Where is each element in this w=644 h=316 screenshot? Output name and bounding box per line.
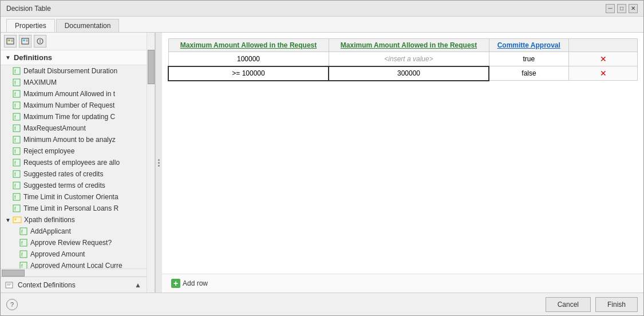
finish-button[interactable]: Finish: [595, 297, 638, 312]
col-header-1[interactable]: Maximum Amount Allowed in the Request: [168, 39, 329, 52]
row2-delete-button[interactable]: ✕: [598, 69, 609, 78]
tree-item-label: Requests of employees are allo: [23, 159, 120, 167]
tree-item-icon: f: [12, 135, 21, 144]
maximize-button[interactable]: □: [617, 4, 626, 13]
tree-item-label: Minimum Amount to be analyz: [23, 136, 116, 144]
xpath-collapse-icon: ▼: [5, 217, 11, 223]
tree-item-label: Time Limit in Personal Loans R: [23, 204, 118, 212]
tree-item-label: Time Limit in Customer Orienta: [23, 193, 118, 201]
minimize-button[interactable]: ─: [606, 4, 615, 13]
toolbar-btn-2[interactable]: [19, 35, 31, 48]
tree-item-reject[interactable]: f Reject employee: [1, 145, 147, 157]
col-header-actions: [569, 39, 638, 52]
tree-item-icon: f: [12, 66, 21, 76]
tree-item-icon: f: [12, 204, 21, 213]
row1-delete-button[interactable]: ✕: [598, 54, 609, 64]
close-button[interactable]: ✕: [629, 4, 638, 13]
tree-item-max-amount[interactable]: f Maximum Amount Allowed in t: [1, 88, 147, 100]
context-bar[interactable]: Context Definitions ▲: [1, 276, 147, 293]
decision-table-window: Decision Table ─ □ ✕ Properties Document…: [0, 0, 644, 316]
row1-cell3[interactable]: true: [489, 52, 568, 66]
tree-item-icon: f: [19, 238, 28, 247]
tree-item-approved-amount[interactable]: f Approved Amount: [1, 248, 147, 260]
left-panel-scrollbar[interactable]: [147, 33, 155, 293]
tree-item-icon: f: [12, 89, 21, 98]
svg-rect-1: [8, 40, 10, 41]
definitions-header[interactable]: ▼ Definitions: [1, 50, 147, 65]
tree-item-max-number[interactable]: f Maximum Number of Request: [1, 100, 147, 111]
title-bar: Decision Table ─ □ ✕: [1, 1, 643, 17]
plus-icon: +: [171, 279, 180, 288]
tree-item-minimum-amount[interactable]: f Minimum Amount to be analyz: [1, 134, 147, 145]
row2-cell1[interactable]: >= 100000: [168, 66, 329, 81]
tree-item-icon: f: [19, 227, 28, 236]
tree-item-label: MaxRequestAmount: [23, 124, 86, 132]
tree-item-suggested-terms[interactable]: f Suggested terms of credits: [1, 180, 147, 191]
tree-item-icon: f: [12, 147, 21, 156]
right-panel: Maximum Amount Allowed in the Request Ma…: [162, 33, 643, 293]
tree-item-icon: f: [19, 250, 28, 259]
row1-delete-cell: ✕: [569, 52, 638, 66]
left-panel: ▼ Definitions f Default Disbursement Dur…: [1, 33, 147, 293]
tree-item-icon: f: [12, 192, 21, 202]
tree-item-icon: f: [12, 181, 21, 190]
horizontal-scrollbar-thumb[interactable]: [2, 270, 25, 276]
tree-item-label: MAXIMUM: [23, 78, 57, 86]
context-expand-icon[interactable]: ▲: [134, 281, 142, 289]
tree-area[interactable]: f Default Disbursement Duration f MAXIMU…: [1, 65, 147, 268]
decision-table: Maximum Amount Allowed in the Request Ma…: [168, 38, 638, 81]
tab-properties[interactable]: Properties: [6, 19, 55, 32]
tree-item-default-disbursement[interactable]: f Default Disbursement Duration: [1, 65, 147, 77]
tree-item-icon: f: [12, 158, 21, 167]
main-content: ▼ Definitions f Default Disbursement Dur…: [1, 33, 643, 293]
definitions-label: Definitions: [14, 53, 52, 62]
row2-delete-cell: ✕: [569, 66, 638, 81]
tree-item-icon: f: [19, 261, 28, 268]
tree-item-add-applicant[interactable]: f AddApplicant: [1, 226, 147, 237]
toolbar-btn-1[interactable]: [4, 35, 17, 48]
table-row: 100000 <insert a value> true ✕: [168, 52, 638, 66]
tree-item-approve-review[interactable]: f Approve Review Request?: [1, 237, 147, 248]
tree-item-requests[interactable]: f Requests of employees are allo: [1, 157, 147, 168]
col-header-2[interactable]: Maximum Amount Allowed in the Request: [329, 39, 489, 52]
tree-item-label: AddApplicant: [30, 227, 71, 235]
help-button[interactable]: ?: [6, 299, 18, 310]
add-row-bar: + Add row: [162, 274, 643, 293]
tree-item-maxrequest[interactable]: f MaxRequestAmount: [1, 123, 147, 134]
horizontal-scrollbar[interactable]: [1, 268, 147, 276]
toolbar-btn-3[interactable]: [34, 35, 46, 48]
left-toolbar: [1, 33, 147, 50]
definitions-collapse-icon: ▼: [5, 54, 11, 61]
tree-item-max-time[interactable]: f Maximum Time for updating C: [1, 111, 147, 123]
window-title: Decision Table: [6, 5, 51, 13]
tree-item-label: Maximum Amount Allowed in t: [23, 90, 115, 98]
tree-item-suggested-rates[interactable]: f Suggested rates of credits: [1, 168, 147, 180]
tree-item-label: Maximum Time for updating C: [23, 113, 115, 121]
xpath-definitions-group[interactable]: ▼ Xpath definitions: [1, 214, 147, 226]
tabs-bar: Properties Documentation: [1, 17, 643, 33]
bottom-bar: ? Cancel Finish: [1, 293, 643, 315]
row1-cell2[interactable]: <insert a value>: [329, 52, 489, 66]
xpath-group-label: Xpath definitions: [24, 216, 75, 224]
add-row-button[interactable]: + Add row: [168, 278, 211, 289]
tree-item-label: Default Disbursement Duration: [23, 67, 117, 75]
left-panel-scrollbar-thumb[interactable]: [148, 50, 155, 84]
row1-cell1[interactable]: 100000: [168, 52, 329, 66]
tree-item-maximum[interactable]: f MAXIMUM: [1, 77, 147, 88]
cancel-button[interactable]: Cancel: [546, 297, 591, 312]
left-panel-wrapper: ▼ Definitions f Default Disbursement Dur…: [1, 33, 155, 293]
col-header-3[interactable]: Committe Approval: [489, 39, 568, 52]
tree-item-time-limit-customer[interactable]: f Time Limit in Customer Orienta: [1, 191, 147, 203]
panel-collapse-handle[interactable]: [155, 33, 162, 293]
tab-documentation[interactable]: Documentation: [56, 19, 120, 32]
row2-cell3[interactable]: false: [489, 66, 568, 81]
tree-item-label: Reject employee: [23, 147, 74, 155]
row2-cell2[interactable]: 300000: [329, 66, 489, 81]
tree-item-icon: f: [12, 124, 21, 133]
svg-rect-5: [23, 40, 25, 41]
window-controls: ─ □ ✕: [606, 4, 638, 13]
tree-item-time-limit-personal[interactable]: f Time Limit in Personal Loans R: [1, 203, 147, 214]
decision-table-area: Maximum Amount Allowed in the Request Ma…: [162, 33, 643, 274]
tree-item-icon: f: [12, 112, 21, 121]
tree-item-approved-amount-local[interactable]: f Approved Amount Local Curre: [1, 260, 147, 268]
